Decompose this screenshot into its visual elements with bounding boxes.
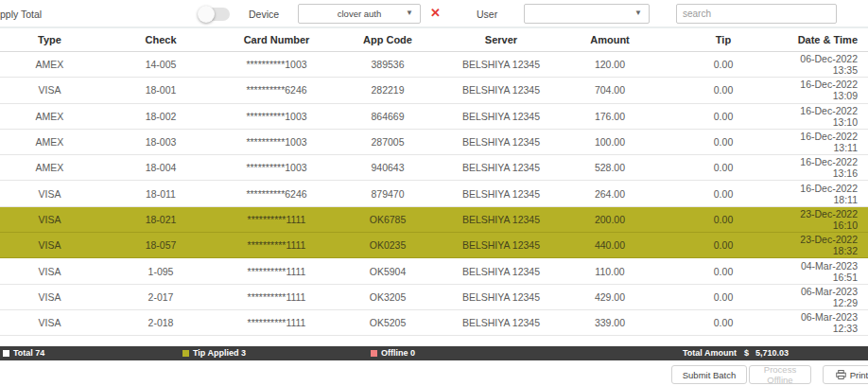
offline-value: 0 xyxy=(410,348,415,358)
cell-card: **********1111 xyxy=(222,214,331,225)
action-bar: Submit Batch Process Offline Print xyxy=(0,365,868,386)
cell-server: BELSHIYA 12345 xyxy=(444,162,558,173)
cell-amount: 429.00 xyxy=(558,291,662,303)
column-header-date-time[interactable]: Date & Time xyxy=(785,34,868,45)
user-label: User xyxy=(477,9,497,20)
offline-label: Offline xyxy=(381,348,408,358)
cell-check: 2-017 xyxy=(99,291,222,303)
cell-app-code: OK0235 xyxy=(331,239,444,251)
column-header-server[interactable]: Server xyxy=(444,34,558,45)
cell-card: **********6246 xyxy=(222,188,331,200)
currency-symbol: $ xyxy=(744,348,749,358)
table-row[interactable]: VISA18-011**********6246879470BELSHIYA 1… xyxy=(0,181,868,206)
user-dropdown[interactable]: ▼ xyxy=(524,4,650,24)
submit-batch-button[interactable]: Submit Batch xyxy=(671,365,747,384)
print-button[interactable]: Print xyxy=(823,365,868,384)
total-amount-value: 5,710.03 xyxy=(755,348,789,358)
cell-card: **********1111 xyxy=(222,266,331,277)
column-header-amount[interactable]: Amount xyxy=(558,34,662,45)
total-amount-label: Total Amount xyxy=(683,348,737,358)
column-header-tip[interactable]: Tip xyxy=(662,34,785,45)
cell-datetime: 06-Mar-2023 12:29 xyxy=(785,286,868,308)
cell-tip: 0.00 xyxy=(662,111,785,122)
cell-type: VISA xyxy=(0,291,99,303)
apply-total-toggle[interactable] xyxy=(198,6,232,23)
toggle-knob xyxy=(198,6,215,23)
cell-app-code: OK5904 xyxy=(331,266,444,277)
cell-type: VISA xyxy=(0,317,99,328)
device-dropdown[interactable]: clover auth ▼ xyxy=(298,4,421,24)
cell-check: 18-004 xyxy=(99,162,222,173)
process-offline-button[interactable]: Process Offline xyxy=(749,365,811,384)
table-row[interactable]: AMEX18-004**********1003940643BELSHIYA 1… xyxy=(0,155,868,181)
cell-datetime: 16-Dec-2022 13:16 xyxy=(785,156,868,179)
total-value: 74 xyxy=(35,348,44,358)
cell-check: 18-057 xyxy=(99,239,222,251)
cell-datetime: 16-Dec-2022 13:10 xyxy=(785,105,868,128)
cell-type: AMEX xyxy=(0,136,99,148)
cell-type: VISA xyxy=(0,188,99,200)
search-input[interactable] xyxy=(676,4,837,24)
cell-type: VISA xyxy=(0,84,99,96)
cell-datetime: 23-Dec-2022 16:10 xyxy=(785,208,868,231)
cell-card: **********1111 xyxy=(222,291,331,303)
cell-check: 18-003 xyxy=(99,136,222,148)
table-row[interactable]: VISA2-018**********1111OK5205BELSHIYA 12… xyxy=(0,310,868,336)
cell-server: BELSHIYA 12345 xyxy=(444,317,558,328)
table-row[interactable]: VISA2-017**********1111OK3205BELSHIYA 12… xyxy=(0,285,868,310)
cell-type: AMEX xyxy=(0,111,99,122)
total-amount: Total Amount$5,710.03 xyxy=(683,346,789,360)
cell-amount: 704.00 xyxy=(558,84,662,96)
column-header-card-number[interactable]: Card Number xyxy=(222,34,331,45)
cell-app-code: 940643 xyxy=(331,162,444,173)
table-row[interactable]: VISA1-095**********1111OK5904BELSHIYA 12… xyxy=(0,258,868,284)
clear-device-icon[interactable]: ✕ xyxy=(430,6,441,20)
offline-count: Offline 0 xyxy=(371,346,415,360)
cell-tip: 0.00 xyxy=(662,59,785,70)
top-toolbar: pply Total Device clover auth ▼ ✕ User ▼ xyxy=(0,0,868,28)
cell-tip: 0.00 xyxy=(662,317,785,328)
cell-amount: 440.00 xyxy=(558,239,662,251)
cell-card: **********1111 xyxy=(222,317,331,328)
cell-app-code: 864669 xyxy=(331,111,444,122)
table-row[interactable]: VISA18-057**********1111OK0235BELSHIYA 1… xyxy=(0,233,868,258)
cell-tip: 0.00 xyxy=(662,239,785,251)
chevron-down-icon: ▼ xyxy=(406,9,413,17)
table-row[interactable]: AMEX14-005**********1003389536BELSHIYA 1… xyxy=(0,52,868,78)
cell-server: BELSHIYA 12345 xyxy=(444,266,558,277)
cell-server: BELSHIYA 12345 xyxy=(444,111,558,122)
table-row[interactable]: AMEX18-003**********1003287005BELSHIYA 1… xyxy=(0,130,868,155)
cell-tip: 0.00 xyxy=(662,136,785,148)
table-body: AMEX14-005**********1003389536BELSHIYA 1… xyxy=(0,52,868,336)
cell-amount: 528.00 xyxy=(558,162,662,173)
cell-type: AMEX xyxy=(0,162,99,173)
table-header: Type Check Card Number App Code Server A… xyxy=(0,28,868,52)
cell-card: **********1003 xyxy=(222,136,331,148)
cell-amount: 339.00 xyxy=(558,317,662,328)
cell-tip: 0.00 xyxy=(662,291,785,303)
table-row[interactable]: AMEX18-002**********1003864669BELSHIYA 1… xyxy=(0,104,868,130)
cell-datetime: 23-Dec-2022 18:32 xyxy=(785,234,868,256)
cell-card: **********6246 xyxy=(222,84,331,96)
table-row[interactable]: VISA18-021**********1111OK6785BELSHIYA 1… xyxy=(0,207,868,233)
cell-datetime: 16-Dec-2022 18:11 xyxy=(785,183,868,205)
cell-check: 1-095 xyxy=(99,266,222,277)
column-header-check[interactable]: Check xyxy=(99,34,222,45)
cell-tip: 0.00 xyxy=(662,188,785,200)
cell-server: BELSHIYA 12345 xyxy=(444,214,558,225)
column-header-type[interactable]: Type xyxy=(0,34,99,45)
cell-card: **********1003 xyxy=(222,111,331,122)
cell-server: BELSHIYA 12345 xyxy=(444,59,558,70)
cell-tip: 0.00 xyxy=(662,162,785,173)
cell-tip: 0.00 xyxy=(662,214,785,225)
print-button-label: Print xyxy=(850,370,868,380)
total-count: Total 74 xyxy=(3,346,44,360)
cell-type: VISA xyxy=(0,214,99,225)
total-legend-icon xyxy=(3,350,9,357)
cell-card: **********1003 xyxy=(222,59,331,70)
cell-amount: 264.00 xyxy=(558,188,662,200)
table-row[interactable]: VISA18-001**********6246282219BELSHIYA 1… xyxy=(0,78,868,103)
cell-app-code: 282219 xyxy=(331,84,444,96)
column-header-app-code[interactable]: App Code xyxy=(331,34,444,45)
cell-app-code: 879470 xyxy=(331,188,444,200)
